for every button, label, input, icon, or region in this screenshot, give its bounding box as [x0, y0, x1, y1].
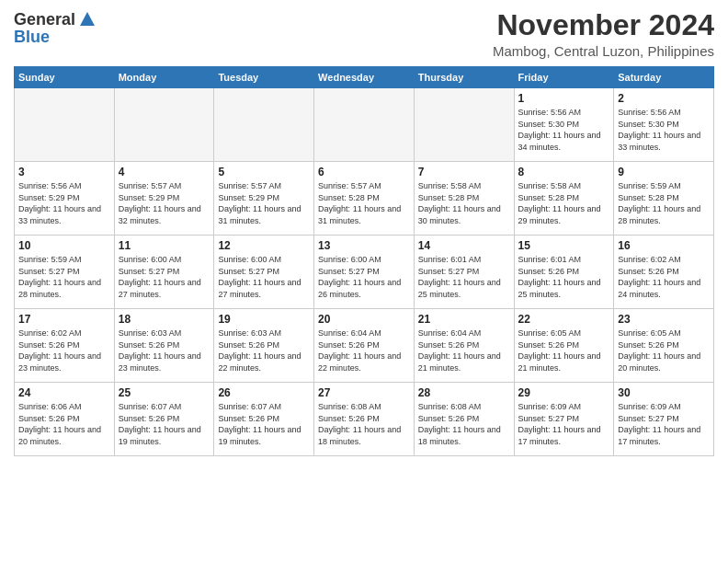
day-number: 14 — [418, 239, 510, 252]
day-number: 30 — [618, 386, 710, 399]
week-row-1: 3Sunrise: 5:56 AMSunset: 5:29 PMDaylight… — [15, 162, 714, 236]
calendar-cell: 25Sunrise: 6:07 AMSunset: 5:26 PMDayligh… — [114, 383, 214, 456]
day-number: 11 — [119, 239, 210, 252]
calendar-cell: 4Sunrise: 5:57 AMSunset: 5:29 PMDaylight… — [114, 162, 214, 236]
day-info: Sunrise: 6:00 AMSunset: 5:27 PMDaylight:… — [218, 254, 310, 300]
day-info: Sunrise: 6:02 AMSunset: 5:26 PMDaylight:… — [618, 254, 710, 300]
weekday-saturday: Saturday — [614, 67, 714, 88]
day-number: 23 — [618, 313, 710, 326]
calendar-cell — [314, 88, 415, 162]
day-number: 3 — [18, 166, 110, 178]
week-row-4: 24Sunrise: 6:06 AMSunset: 5:26 PMDayligh… — [15, 383, 714, 456]
calendar-cell: 21Sunrise: 6:04 AMSunset: 5:26 PMDayligh… — [414, 309, 514, 383]
week-row-3: 17Sunrise: 6:02 AMSunset: 5:26 PMDayligh… — [15, 309, 714, 383]
calendar-cell: 19Sunrise: 6:03 AMSunset: 5:26 PMDayligh… — [214, 309, 314, 383]
calendar-cell — [114, 88, 214, 162]
calendar-cell: 27Sunrise: 6:08 AMSunset: 5:26 PMDayligh… — [314, 383, 415, 456]
day-info: Sunrise: 5:59 AMSunset: 5:27 PMDaylight:… — [18, 254, 110, 300]
day-info: Sunrise: 6:01 AMSunset: 5:27 PMDaylight:… — [418, 254, 510, 300]
calendar-cell: 6Sunrise: 5:57 AMSunset: 5:28 PMDaylight… — [314, 162, 415, 236]
calendar-cell: 7Sunrise: 5:58 AMSunset: 5:28 PMDaylight… — [414, 162, 514, 236]
day-info: Sunrise: 6:09 AMSunset: 5:27 PMDaylight:… — [518, 401, 610, 447]
day-info: Sunrise: 5:56 AMSunset: 5:30 PMDaylight:… — [618, 107, 710, 153]
title-block: November 2024 Mambog, Central Luzon, Phi… — [493, 9, 714, 59]
calendar-cell: 3Sunrise: 5:56 AMSunset: 5:29 PMDaylight… — [15, 162, 115, 236]
calendar-cell: 30Sunrise: 6:09 AMSunset: 5:27 PMDayligh… — [614, 383, 714, 456]
day-info: Sunrise: 6:02 AMSunset: 5:26 PMDaylight:… — [18, 327, 110, 373]
day-info: Sunrise: 6:04 AMSunset: 5:26 PMDaylight:… — [418, 327, 510, 373]
day-info: Sunrise: 5:57 AMSunset: 5:29 PMDaylight:… — [119, 180, 210, 226]
header: General Blue November 2024 Mambog, Centr… — [14, 9, 714, 59]
day-number: 19 — [218, 313, 310, 326]
calendar-cell: 26Sunrise: 6:07 AMSunset: 5:26 PMDayligh… — [214, 383, 314, 456]
month-title: November 2024 — [493, 9, 714, 41]
weekday-friday: Friday — [514, 67, 614, 88]
day-number: 8 — [518, 166, 610, 178]
day-info: Sunrise: 6:08 AMSunset: 5:26 PMDaylight:… — [318, 401, 410, 447]
calendar-cell — [414, 88, 514, 162]
day-info: Sunrise: 5:59 AMSunset: 5:28 PMDaylight:… — [618, 180, 710, 226]
day-info: Sunrise: 6:08 AMSunset: 5:26 PMDaylight:… — [418, 401, 510, 447]
calendar-cell: 15Sunrise: 6:01 AMSunset: 5:26 PMDayligh… — [514, 236, 614, 309]
svg-marker-0 — [80, 12, 95, 26]
logo: General Blue — [14, 9, 97, 47]
day-info: Sunrise: 6:07 AMSunset: 5:26 PMDaylight:… — [119, 401, 210, 447]
calendar-cell: 28Sunrise: 6:08 AMSunset: 5:26 PMDayligh… — [414, 383, 514, 456]
day-info: Sunrise: 5:58 AMSunset: 5:28 PMDaylight:… — [518, 180, 610, 226]
calendar-table: SundayMondayTuesdayWednesdayThursdayFrid… — [14, 66, 714, 456]
weekday-tuesday: Tuesday — [214, 67, 314, 88]
day-number: 24 — [18, 386, 110, 399]
day-number: 22 — [518, 313, 610, 326]
logo-blue: Blue — [14, 28, 50, 47]
day-number: 2 — [618, 92, 710, 105]
calendar-cell: 11Sunrise: 6:00 AMSunset: 5:27 PMDayligh… — [114, 236, 214, 309]
calendar-cell — [15, 88, 115, 162]
day-info: Sunrise: 6:09 AMSunset: 5:27 PMDaylight:… — [618, 401, 710, 447]
day-number: 1 — [518, 92, 610, 105]
day-number: 21 — [418, 313, 510, 326]
day-number: 25 — [119, 386, 210, 399]
week-row-2: 10Sunrise: 5:59 AMSunset: 5:27 PMDayligh… — [15, 236, 714, 309]
day-info: Sunrise: 6:06 AMSunset: 5:26 PMDaylight:… — [18, 401, 110, 447]
day-info: Sunrise: 6:03 AMSunset: 5:26 PMDaylight:… — [119, 327, 210, 373]
day-info: Sunrise: 6:05 AMSunset: 5:26 PMDaylight:… — [618, 327, 710, 373]
calendar-cell: 14Sunrise: 6:01 AMSunset: 5:27 PMDayligh… — [414, 236, 514, 309]
logo-general: General — [14, 10, 75, 29]
day-info: Sunrise: 6:03 AMSunset: 5:26 PMDaylight:… — [218, 327, 310, 373]
calendar-cell: 20Sunrise: 6:04 AMSunset: 5:26 PMDayligh… — [314, 309, 415, 383]
calendar-cell: 1Sunrise: 5:56 AMSunset: 5:30 PMDaylight… — [514, 88, 614, 162]
weekday-monday: Monday — [114, 67, 214, 88]
calendar-cell: 24Sunrise: 6:06 AMSunset: 5:26 PMDayligh… — [15, 383, 115, 456]
calendar-cell: 22Sunrise: 6:05 AMSunset: 5:26 PMDayligh… — [514, 309, 614, 383]
day-number: 5 — [218, 166, 310, 178]
day-info: Sunrise: 5:56 AMSunset: 5:29 PMDaylight:… — [18, 180, 110, 226]
calendar-cell: 9Sunrise: 5:59 AMSunset: 5:28 PMDaylight… — [614, 162, 714, 236]
day-number: 10 — [18, 239, 110, 252]
day-number: 29 — [518, 386, 610, 399]
page: General Blue November 2024 Mambog, Centr… — [0, 0, 728, 563]
weekday-wednesday: Wednesday — [314, 67, 415, 88]
calendar-cell: 10Sunrise: 5:59 AMSunset: 5:27 PMDayligh… — [15, 236, 115, 309]
day-number: 17 — [18, 313, 110, 326]
day-number: 4 — [119, 166, 210, 178]
calendar-cell: 29Sunrise: 6:09 AMSunset: 5:27 PMDayligh… — [514, 383, 614, 456]
day-number: 16 — [618, 239, 710, 252]
day-info: Sunrise: 6:00 AMSunset: 5:27 PMDaylight:… — [119, 254, 210, 300]
calendar-cell: 8Sunrise: 5:58 AMSunset: 5:28 PMDaylight… — [514, 162, 614, 236]
calendar-cell: 17Sunrise: 6:02 AMSunset: 5:26 PMDayligh… — [15, 309, 115, 383]
day-number: 18 — [119, 313, 210, 326]
day-info: Sunrise: 5:56 AMSunset: 5:30 PMDaylight:… — [518, 107, 610, 153]
day-info: Sunrise: 5:58 AMSunset: 5:28 PMDaylight:… — [418, 180, 510, 226]
location-title: Mambog, Central Luzon, Philippines — [493, 43, 714, 59]
calendar-cell — [214, 88, 314, 162]
day-info: Sunrise: 6:01 AMSunset: 5:26 PMDaylight:… — [518, 254, 610, 300]
day-info: Sunrise: 6:07 AMSunset: 5:26 PMDaylight:… — [218, 401, 310, 447]
day-info: Sunrise: 6:04 AMSunset: 5:26 PMDaylight:… — [318, 327, 410, 373]
day-number: 27 — [318, 386, 410, 399]
day-info: Sunrise: 5:57 AMSunset: 5:29 PMDaylight:… — [218, 180, 310, 226]
weekday-sunday: Sunday — [15, 67, 115, 88]
calendar-cell: 23Sunrise: 6:05 AMSunset: 5:26 PMDayligh… — [614, 309, 714, 383]
day-info: Sunrise: 6:00 AMSunset: 5:27 PMDaylight:… — [318, 254, 410, 300]
day-number: 13 — [318, 239, 410, 252]
week-row-0: 1Sunrise: 5:56 AMSunset: 5:30 PMDaylight… — [15, 88, 714, 162]
